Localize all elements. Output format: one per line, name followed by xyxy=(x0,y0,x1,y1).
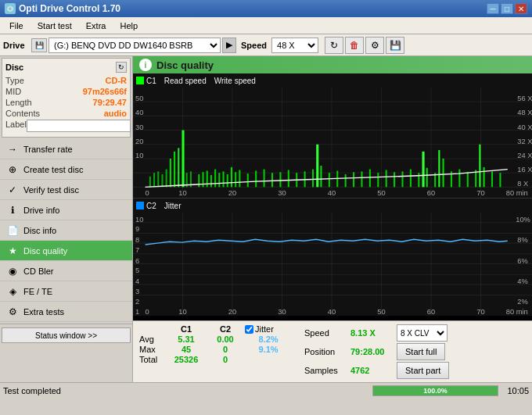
samples-value: 4762 xyxy=(350,366,394,375)
label-input-row: 🔍 xyxy=(27,120,145,132)
svg-text:8%: 8% xyxy=(517,236,528,244)
status-window-button[interactable]: Status window >> xyxy=(2,327,131,343)
svg-rect-85 xyxy=(443,159,444,187)
menu-starttest[interactable]: Start test xyxy=(31,20,78,32)
progress-bar-inner: 100.0% xyxy=(373,386,498,395)
save-button[interactable]: 💾 xyxy=(386,37,404,54)
disc-contents-row: Contents audio xyxy=(5,109,127,118)
stats-total-row: Total 25326 0 xyxy=(139,355,292,364)
nav-disc-quality[interactable]: ★ Disc quality xyxy=(0,241,132,261)
svg-rect-79 xyxy=(410,170,412,188)
minimize-button[interactable]: ─ xyxy=(487,3,499,14)
drive-bar: Drive 💾 (G:) BENQ DVD DD DW1640 BSRB ▶ S… xyxy=(0,34,532,56)
svg-rect-73 xyxy=(361,171,362,187)
menu-bar: File Start test Extra Help xyxy=(0,17,532,34)
disc-quality-icon: ★ xyxy=(6,245,19,257)
nav-cd-bler[interactable]: ◉ CD Bler xyxy=(0,261,132,281)
mid-value: 97m26s66f xyxy=(83,87,127,96)
c2-chart: C2 Jitter xyxy=(133,199,532,316)
stats-right-panel: Speed 8.13 X 8 X CLV16 X CLV24 X CLV Pos… xyxy=(304,324,449,379)
progress-wrapper: 100.0% 10:05 xyxy=(372,385,529,396)
svg-text:1: 1 xyxy=(135,308,139,316)
svg-rect-52 xyxy=(218,173,220,187)
drive-info-icon: ℹ xyxy=(6,204,19,216)
nav-label-create-test-disc: Create test disc xyxy=(23,165,83,174)
quality-header: i Disc quality xyxy=(133,56,532,73)
svg-rect-38 xyxy=(157,171,159,187)
start-part-button[interactable]: Start part xyxy=(397,362,449,379)
position-label: Position xyxy=(304,347,347,356)
clv-select[interactable]: 8 X CLV16 X CLV24 X CLV xyxy=(397,324,448,342)
speed-select[interactable]: 48 X 8 X16 X24 X32 X40 X xyxy=(271,38,318,53)
c2-legend-color xyxy=(136,202,144,209)
svg-rect-90 xyxy=(479,145,480,188)
refresh-button[interactable]: ↻ xyxy=(325,37,343,54)
drive-label: Drive xyxy=(3,41,27,50)
svg-text:2%: 2% xyxy=(517,299,528,306)
svg-text:50: 50 xyxy=(377,308,385,316)
svg-text:24 X: 24 X xyxy=(517,152,532,159)
svg-rect-84 xyxy=(438,150,440,187)
svg-text:30: 30 xyxy=(135,123,144,131)
c2-legend-label: C2 xyxy=(146,202,156,210)
write-speed-legend: Write speed xyxy=(214,77,256,85)
svg-rect-56 xyxy=(235,172,236,187)
svg-rect-75 xyxy=(377,173,379,187)
speed-value: 8.13 X xyxy=(350,328,394,338)
svg-text:10: 10 xyxy=(178,308,186,316)
svg-rect-76 xyxy=(386,170,387,188)
nav-create-test-disc[interactable]: ⊕ Create test disc xyxy=(0,159,132,180)
disc-type-row: Type CD-R xyxy=(5,76,127,85)
svg-rect-44 xyxy=(182,131,184,188)
nav-verify-test-disc[interactable]: ✓ Verify test disc xyxy=(0,180,132,200)
settings-button[interactable]: ⚙ xyxy=(365,37,384,54)
menu-extra[interactable]: Extra xyxy=(80,20,113,32)
label-input[interactable] xyxy=(27,120,131,132)
svg-text:60: 60 xyxy=(427,308,435,316)
left-panel: Disc ↻ Type CD-R MID 97m26s66f Length 79… xyxy=(0,56,133,382)
svg-rect-43 xyxy=(178,148,179,187)
maximize-button[interactable]: □ xyxy=(501,3,513,14)
svg-rect-81 xyxy=(422,152,424,187)
svg-rect-37 xyxy=(153,173,155,187)
svg-text:7: 7 xyxy=(135,246,139,254)
type-value: CD-R xyxy=(106,76,128,85)
c1-total: 25326 xyxy=(167,355,206,364)
disc-refresh-button[interactable]: ↻ xyxy=(116,62,127,73)
disc-title: Disc xyxy=(5,63,23,72)
drive-select[interactable]: (G:) BENQ DVD DD DW1640 BSRB xyxy=(49,38,221,53)
nav-transfer-rate[interactable]: → Transfer rate xyxy=(0,139,132,159)
stats-header-row: C1 C2 Jitter xyxy=(139,324,292,334)
nav-extra-tests[interactable]: ⚙ Extra tests xyxy=(0,302,132,322)
nav-fe-te[interactable]: ◈ FE / TE xyxy=(0,281,132,302)
nav-disc-info[interactable]: 📄 Disc info xyxy=(0,220,132,241)
svg-rect-49 xyxy=(207,170,208,187)
svg-text:16 X: 16 X xyxy=(517,166,532,174)
drive-arrow-button[interactable]: ▶ xyxy=(222,38,236,53)
verify-test-disc-icon: ✓ xyxy=(6,184,19,196)
close-button[interactable]: ✕ xyxy=(515,3,527,14)
svg-rect-63 xyxy=(288,170,289,188)
svg-rect-54 xyxy=(227,174,228,187)
drive-icon: 💾 xyxy=(31,38,47,52)
svg-rect-60 xyxy=(264,170,265,188)
svg-rect-74 xyxy=(369,170,371,188)
start-full-button[interactable]: Start full xyxy=(397,343,445,360)
svg-rect-41 xyxy=(170,159,171,187)
menu-help[interactable]: Help xyxy=(113,20,144,32)
contents-value: audio xyxy=(104,109,127,118)
samples-row: Samples 4762 Start part xyxy=(304,362,449,379)
length-label: Length xyxy=(5,98,32,107)
speed-label: Speed xyxy=(241,41,267,50)
divider xyxy=(0,324,132,324)
nav-drive-info[interactable]: ℹ Drive info xyxy=(0,200,132,220)
svg-text:20: 20 xyxy=(228,308,236,316)
svg-rect-71 xyxy=(345,174,347,187)
jitter-checkbox[interactable] xyxy=(245,325,253,334)
chart-area: C1 Read speed Write speed xyxy=(133,73,532,320)
erase-button[interactable]: 🗑 xyxy=(345,37,364,54)
svg-text:70: 70 xyxy=(476,190,485,197)
svg-rect-40 xyxy=(166,170,167,188)
menu-file[interactable]: File xyxy=(3,20,30,32)
jitter-max: 9.1% xyxy=(245,345,292,354)
